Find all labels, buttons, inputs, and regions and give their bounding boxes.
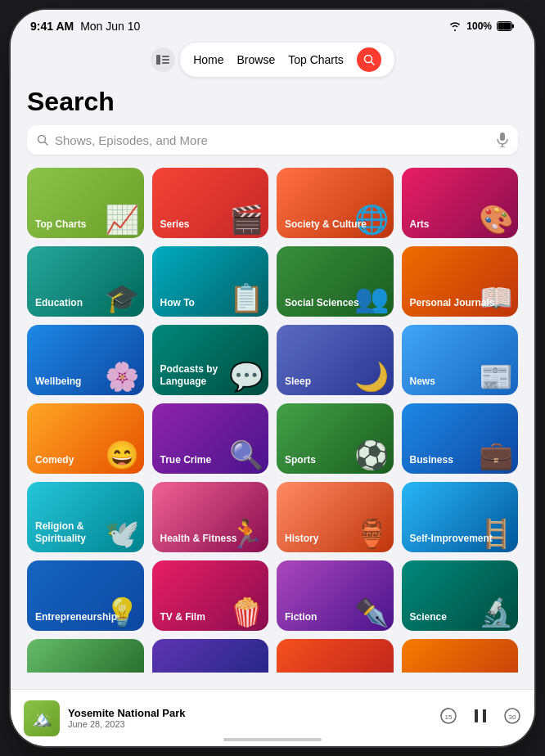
category-card-wellbeing[interactable]: 🌸Wellbeing xyxy=(27,325,144,395)
category-label-true-crime: True Crime xyxy=(152,448,220,474)
svg-line-8 xyxy=(371,62,374,65)
category-label-podcasts-language: Podcasts by Language xyxy=(152,357,269,395)
category-card-science[interactable]: 🔬Science xyxy=(402,560,519,631)
category-card-society-culture[interactable]: 🌐Society & Culture xyxy=(277,168,394,238)
category-card-fiction[interactable]: ✒️Fiction xyxy=(277,560,394,631)
svg-rect-5 xyxy=(162,59,169,61)
nav-search-button[interactable] xyxy=(357,47,381,72)
player-info: Yosemite National Park June 28, 2023 xyxy=(68,707,431,729)
category-label-entrepreneurship: Entrepreneurship xyxy=(27,605,125,631)
nav-home[interactable]: Home xyxy=(193,53,223,66)
category-icon-fiction: ✒️ xyxy=(354,598,389,626)
nav-top-charts[interactable]: Top Charts xyxy=(288,53,344,66)
category-grid: 📈Top Charts🎬Series🌐Society & Culture🎨Art… xyxy=(27,168,518,673)
battery-text: 100% xyxy=(466,20,492,32)
svg-rect-17 xyxy=(483,709,486,722)
category-label-fiction: Fiction xyxy=(277,605,325,631)
category-label-health-fitness: Health & Fitness xyxy=(152,526,245,552)
category-icon-news: 📰 xyxy=(479,362,513,390)
category-card-entrepreneurship[interactable]: 💡Entrepreneurship xyxy=(27,560,144,631)
category-card-sports[interactable]: ⚽Sports xyxy=(277,403,394,474)
category-card-arts[interactable]: 🎨Arts xyxy=(402,168,519,238)
category-card-news[interactable]: 📰News xyxy=(402,325,519,395)
category-label-business: Business xyxy=(402,448,462,474)
nav-pill: Home Browse Top Charts xyxy=(180,43,394,77)
battery-icon xyxy=(497,21,515,31)
page-title: Search xyxy=(27,87,518,117)
category-card-relationships[interactable]: 🤝Relationships xyxy=(277,639,394,673)
category-label-how-to: How To xyxy=(152,290,203,317)
svg-text:30: 30 xyxy=(509,713,516,721)
category-card-health-fitness[interactable]: 🏃Health & Fitness xyxy=(152,482,269,552)
svg-rect-1 xyxy=(512,25,514,29)
status-icons: 100% xyxy=(448,20,515,32)
svg-rect-16 xyxy=(475,709,478,722)
player-play-pause-button[interactable] xyxy=(471,706,490,730)
svg-rect-6 xyxy=(162,62,169,64)
category-card-personal-journals[interactable]: 📖Personal Journals xyxy=(402,246,519,317)
category-card-kids-family[interactable]: 🎈Kids & Family xyxy=(27,639,144,673)
category-icon-comedy: 😄 xyxy=(105,441,139,469)
player-subtitle: June 28, 2023 xyxy=(68,719,431,729)
category-label-top-charts: Top Charts xyxy=(27,212,94,238)
player-forward-button[interactable]: 30 xyxy=(503,707,521,729)
svg-rect-4 xyxy=(162,56,169,57)
category-label-tv-film: TV & Film xyxy=(152,605,214,631)
status-time: 9:41 AM xyxy=(30,20,74,33)
category-icon-sports: ⚽ xyxy=(354,441,389,469)
sidebar-icon xyxy=(156,55,169,65)
category-card-history[interactable]: 🏺History xyxy=(277,482,394,552)
category-card-true-crime[interactable]: 🔍True Crime xyxy=(152,403,269,474)
category-icon-history: 🏺 xyxy=(354,520,389,547)
category-card-podcasts-language[interactable]: 💬Podcasts by Language xyxy=(152,325,269,395)
category-label-personal-journals: Personal Journals xyxy=(402,290,503,317)
category-card-how-to[interactable]: 📋How To xyxy=(152,246,269,317)
player-controls: 15 30 xyxy=(439,706,521,730)
category-icon-science: 🔬 xyxy=(479,598,513,626)
sidebar-toggle-button[interactable] xyxy=(151,47,175,72)
category-label-news: News xyxy=(402,369,444,395)
search-input-placeholder: Shows, Episodes, and More xyxy=(55,133,490,147)
svg-rect-3 xyxy=(156,55,160,65)
category-card-top-charts[interactable]: 📈Top Charts xyxy=(27,168,144,238)
category-card-documentary[interactable]: 🎥Documentary xyxy=(402,639,519,673)
category-card-education[interactable]: 🎓Education xyxy=(27,246,144,317)
category-card-social-sciences[interactable]: 👥Social Sciences xyxy=(277,246,394,317)
category-label-sports: Sports xyxy=(277,448,324,474)
category-card-self-improvement[interactable]: 🪜Self-Improvement xyxy=(402,482,519,552)
category-label-religion: Religion & Spirituality xyxy=(27,514,144,552)
device-frame: 9:41 AM Mon Jun 10 100% xyxy=(11,10,534,746)
search-icon xyxy=(363,54,375,65)
category-label-history: History xyxy=(277,526,327,552)
category-icon-how-to: 📋 xyxy=(229,284,263,312)
category-icon-sleep: 🌙 xyxy=(354,362,389,390)
home-indicator xyxy=(223,738,322,741)
category-label-wellbeing: Wellbeing xyxy=(27,369,89,395)
search-bar[interactable]: Shows, Episodes, and More xyxy=(27,125,518,155)
category-label-education: Education xyxy=(27,290,91,317)
category-card-tv-film[interactable]: 🍿TV & Film xyxy=(152,560,269,631)
player-back-button[interactable]: 15 xyxy=(439,707,457,729)
category-icon-education: 🎓 xyxy=(105,284,139,312)
nav-browse[interactable]: Browse xyxy=(236,53,275,66)
svg-rect-11 xyxy=(500,133,505,141)
category-card-business[interactable]: 💼Business xyxy=(402,403,519,474)
category-label-comedy: Comedy xyxy=(27,448,82,474)
category-icon-series: 🎬 xyxy=(229,205,263,233)
category-label-social-sciences: Social Sciences xyxy=(277,290,367,317)
main-content: Search Shows, Episodes, and More 📈Top Ch… xyxy=(11,83,534,673)
category-icon-wellbeing: 🌸 xyxy=(105,362,139,390)
player-title: Yosemite National Park xyxy=(68,707,431,719)
category-card-religion[interactable]: 🕊️Religion & Spirituality xyxy=(27,482,144,552)
category-card-mental-health[interactable]: 🧠Mental Health xyxy=(152,639,269,673)
category-label-arts: Arts xyxy=(402,212,438,238)
category-card-sleep[interactable]: 🌙Sleep xyxy=(277,325,394,395)
category-card-series[interactable]: 🎬Series xyxy=(152,168,269,238)
svg-rect-2 xyxy=(498,23,511,30)
category-label-science: Science xyxy=(402,605,455,631)
category-icon-true-crime: 🔍 xyxy=(229,441,263,469)
category-label-self-improvement: Self-Improvement xyxy=(402,526,501,552)
category-card-comedy[interactable]: 😄Comedy xyxy=(27,403,144,474)
svg-text:15: 15 xyxy=(445,713,453,721)
category-icon-arts: 🎨 xyxy=(479,205,513,233)
